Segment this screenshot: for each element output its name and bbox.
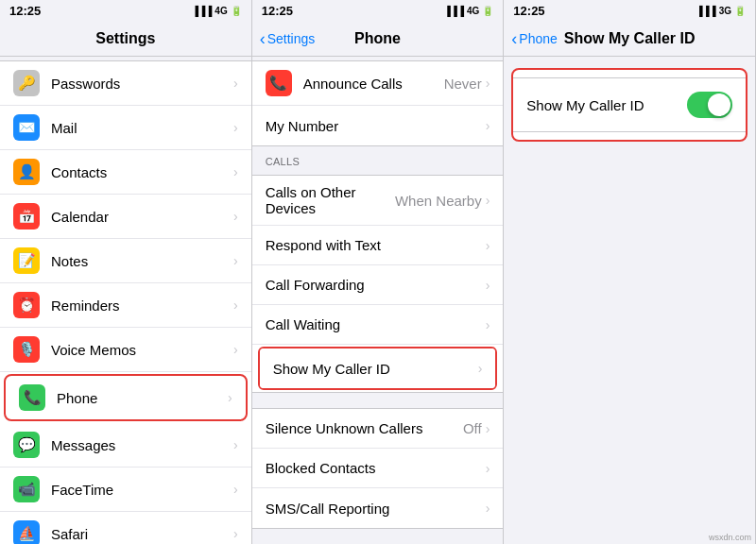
phone-item-blocked-contacts[interactable]: Blocked Contacts ›: [252, 449, 504, 488]
back-chevron-3: ‹: [511, 30, 517, 47]
settings-item-messages[interactable]: 💬Messages›: [0, 423, 251, 468]
chevron-facetime: ›: [233, 482, 238, 497]
nav-back-2[interactable]: ‹ Settings: [260, 30, 316, 47]
phone-item-call-waiting[interactable]: Call Waiting ›: [252, 305, 504, 345]
call-forwarding-label: Call Forwarding: [266, 277, 486, 293]
phone-item-sms-reporting[interactable]: SMS/Call Reporting ›: [252, 488, 504, 528]
main-settings-group: 🔑Passwords›✉️Mail›👤Contacts›📅Calendar›📝N…: [0, 60, 251, 544]
caller-id-toggle-box: Show My Caller ID: [511, 68, 747, 142]
chevron-calendar: ›: [233, 209, 238, 224]
caller-id-toggle[interactable]: [687, 92, 732, 118]
silence-unknown-label: Silence Unknown Callers: [266, 420, 463, 436]
call-waiting-chevron: ›: [486, 317, 490, 332]
settings-item-safari[interactable]: ⛵Safari›: [0, 512, 251, 544]
settings-label-mail: Mail: [51, 120, 233, 136]
signal-icon-2: ▐▐▐: [444, 6, 464, 16]
facetime-icon: 📹: [13, 476, 40, 502]
my-number-label: My Number: [266, 118, 486, 134]
status-bar-3: 12:25 ▐▐▐ 3G 🔋: [504, 0, 755, 21]
phone-item-respond-text[interactable]: Respond with Text ›: [252, 226, 504, 265]
settings-item-notes[interactable]: 📝Notes›: [0, 239, 251, 283]
caller-id-settings-list: Show My Caller ID: [504, 57, 755, 544]
phone-item-calls-other-devices[interactable]: Calls on Other Devices When Nearby ›: [252, 176, 504, 226]
my-number-chevron: ›: [486, 118, 490, 133]
status-time-3: 12:25: [513, 4, 544, 18]
phone-item-call-forwarding[interactable]: Call Forwarding ›: [252, 265, 504, 305]
nav-title-2: Phone: [354, 30, 401, 47]
phone-item-my-number[interactable]: My Number ›: [252, 106, 504, 145]
settings-item-facetime[interactable]: 📹FaceTime›: [0, 468, 251, 512]
phone-icon: 📞: [19, 384, 45, 411]
back-chevron-2: ‹: [260, 30, 266, 47]
settings-item-calendar[interactable]: 📅Calendar›: [0, 195, 251, 239]
reminders-icon: ⏰: [13, 292, 40, 318]
calls-other-devices-label: Calls on Other Devices: [266, 184, 395, 216]
settings-list-1: 🔑Passwords›✉️Mail›👤Contacts›📅Calendar›📝N…: [0, 57, 251, 544]
call-waiting-label: Call Waiting: [266, 316, 486, 332]
signal-icon-1: ▐▐▐: [192, 6, 212, 16]
settings-item-voice-memos[interactable]: 🎙️Voice Memos›: [0, 328, 251, 372]
settings-label-safari: Safari: [51, 526, 233, 542]
battery-icon-1: 🔋: [231, 6, 242, 16]
settings-label-reminders: Reminders: [51, 298, 233, 314]
nav-bar-1: Settings: [0, 21, 251, 57]
status-icons-3: ▐▐▐ 3G 🔋: [696, 6, 746, 16]
announce-calls-value: Never: [444, 76, 482, 92]
chevron-messages: ›: [233, 437, 238, 452]
chevron-phone: ›: [228, 390, 232, 405]
phone-item-announce-calls[interactable]: 📞 Announce Calls Never ›: [252, 61, 504, 106]
mail-icon: ✉️: [13, 114, 40, 141]
phone-group-1: 📞 Announce Calls Never › My Number ›: [252, 60, 504, 146]
show-caller-id-label: Show My Caller ID: [273, 361, 478, 377]
phone-settings-list: 📞 Announce Calls Never › My Number › CAL…: [252, 57, 504, 544]
nav-back-3[interactable]: ‹ Phone: [511, 30, 557, 47]
call-forwarding-chevron: ›: [486, 278, 490, 293]
caller-id-label: Show My Caller ID: [526, 97, 644, 113]
show-caller-id-chevron: ›: [478, 361, 483, 376]
voice-memos-icon: 🎙️: [13, 336, 40, 363]
panel-settings: 12:25 ▐▐▐ 4G 🔋 Settings 🔑Passwords›✉️Mai…: [0, 0, 252, 544]
phone-item-silence-unknown[interactable]: Silence Unknown Callers Off ›: [252, 409, 504, 449]
chevron-contacts: ›: [233, 164, 238, 179]
watermark: wsxdn.com: [709, 533, 751, 542]
status-time-1: 12:25: [9, 4, 41, 18]
nav-bar-3: ‹ Phone Show My Caller ID: [504, 21, 755, 57]
panel-phone: 12:25 ▐▐▐ 4G 🔋 ‹ Settings Phone 📞 Announ…: [252, 0, 505, 544]
status-time-2: 12:25: [262, 4, 293, 18]
settings-item-reminders[interactable]: ⏰Reminders›: [0, 283, 251, 328]
calendar-icon: 📅: [13, 203, 40, 230]
settings-label-messages: Messages: [51, 437, 233, 453]
chevron-mail: ›: [233, 120, 238, 135]
status-bar-1: 12:25 ▐▐▐ 4G 🔋: [0, 0, 251, 21]
show-caller-id-highlight-box: Show My Caller ID ›: [258, 347, 498, 390]
nav-title-1: Settings: [95, 30, 155, 47]
phone-item-show-caller-id[interactable]: Show My Caller ID ›: [260, 348, 496, 388]
settings-label-contacts: Contacts: [51, 164, 233, 180]
toggle-knob: [708, 94, 730, 116]
settings-label-facetime: FaceTime: [51, 482, 233, 498]
silence-unknown-chevron: ›: [486, 421, 490, 436]
notes-icon: 📝: [13, 247, 40, 274]
messages-icon: 💬: [13, 432, 40, 458]
settings-item-contacts[interactable]: 👤Contacts›: [0, 150, 251, 195]
settings-item-mail[interactable]: ✉️Mail›: [0, 106, 251, 150]
caller-id-row: Show My Caller ID: [513, 77, 746, 132]
settings-label-passwords: Passwords: [51, 76, 233, 92]
status-icons-1: ▐▐▐ 4G 🔋: [192, 6, 242, 16]
announce-calls-label: Announce Calls: [303, 76, 444, 92]
respond-text-chevron: ›: [486, 238, 490, 253]
status-icons-2: ▐▐▐ 4G 🔋: [444, 6, 494, 16]
network-type-2: 4G: [467, 6, 479, 16]
settings-label-voice-memos: Voice Memos: [51, 342, 233, 358]
safari-icon: ⛵: [13, 520, 40, 544]
panel-caller-id: 12:25 ▐▐▐ 3G 🔋 ‹ Phone Show My Caller ID…: [504, 0, 756, 544]
settings-item-passwords[interactable]: 🔑Passwords›: [0, 61, 251, 106]
settings-item-phone[interactable]: 📞Phone›: [4, 374, 248, 421]
chevron-reminders: ›: [233, 298, 238, 313]
sms-reporting-chevron: ›: [486, 501, 490, 516]
back-label-3: Phone: [519, 31, 557, 46]
settings-label-phone: Phone: [57, 390, 228, 406]
respond-text-label: Respond with Text: [266, 237, 486, 253]
chevron-passwords: ›: [233, 76, 238, 91]
back-label-2: Settings: [267, 31, 316, 46]
